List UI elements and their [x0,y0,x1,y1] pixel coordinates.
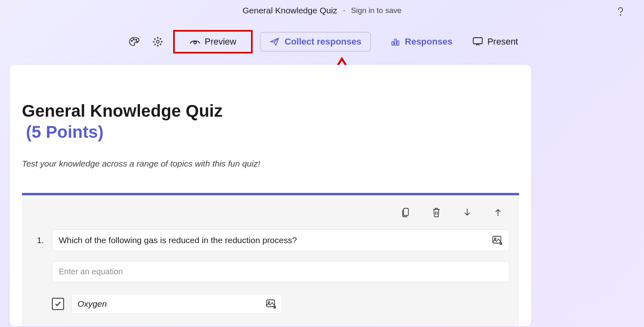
question-number: 1. [32,236,44,245]
svg-rect-8 [395,39,396,45]
move-up-icon[interactable] [491,205,505,220]
equation-placeholder: Enter an equation [59,267,123,276]
chart-icon [390,36,401,47]
move-down-icon[interactable] [460,205,474,220]
image-icon[interactable] [492,235,502,245]
svg-point-1 [131,40,132,41]
form-title[interactable]: General Knowledge Quiz [243,6,337,15]
option-text-input[interactable]: Oxygen [71,294,282,314]
form-card: General Knowledge Quiz (5 Points) Test y… [10,65,531,326]
svg-rect-14 [266,300,275,307]
theme-icon[interactable] [126,34,142,50]
svg-rect-11 [404,208,408,216]
option-checkbox[interactable] [52,298,64,310]
question-toolbar [32,203,509,225]
collect-label: Collect responses [285,36,362,47]
collect-responses-button[interactable]: Collect responses [260,32,371,51]
question-block: 1. Which of the following gas is reduced… [22,193,519,326]
card-points: (5 Points) [22,122,519,142]
svg-point-2 [133,39,134,40]
svg-rect-12 [493,236,501,243]
question-row: 1. Which of the following gas is reduced… [32,229,509,251]
svg-point-3 [135,39,137,41]
settings-icon[interactable] [150,34,166,50]
svg-rect-9 [397,41,399,45]
svg-rect-7 [392,42,394,45]
eye-icon [189,38,201,46]
signin-link[interactable]: Sign in to save [351,6,401,15]
copy-icon[interactable] [398,205,413,220]
present-label: Present [487,36,518,47]
top-header: General Knowledge Quiz - Sign in to save [0,0,644,21]
present-button[interactable]: Present [472,36,518,47]
trash-icon[interactable] [429,205,444,220]
svg-rect-10 [473,38,482,44]
card-description[interactable]: Test your knowledge across a range of to… [22,159,519,169]
equation-row: Enter an equation [52,261,509,282]
title-area: General Knowledge Quiz - Sign in to save [243,6,401,15]
responses-button[interactable]: Responses [390,36,452,47]
question-text-input[interactable]: Which of the following gas is reduced in… [52,229,509,251]
svg-point-5 [156,41,159,43]
equation-input[interactable]: Enter an equation [52,261,509,282]
option-text: Oxygen [77,299,107,309]
toolbar: Preview Collect responses Responses Pres… [0,21,644,62]
title-separator: - [343,6,345,15]
svg-point-13 [494,238,496,239]
present-icon [472,36,483,47]
svg-point-15 [268,301,270,303]
svg-point-6 [194,41,196,44]
preview-label: Preview [205,36,236,47]
help-icon[interactable] [613,4,628,19]
svg-point-0 [620,15,621,15]
option-row: Oxygen [52,294,509,314]
send-icon [269,36,280,47]
svg-point-4 [136,41,137,43]
preview-button[interactable]: Preview [182,32,244,51]
responses-label: Responses [405,36,452,47]
preview-highlight-box: Preview [173,30,253,53]
card-title[interactable]: General Knowledge Quiz [22,101,519,121]
image-icon[interactable] [266,299,276,309]
question-text: Which of the following gas is reduced in… [59,235,297,245]
